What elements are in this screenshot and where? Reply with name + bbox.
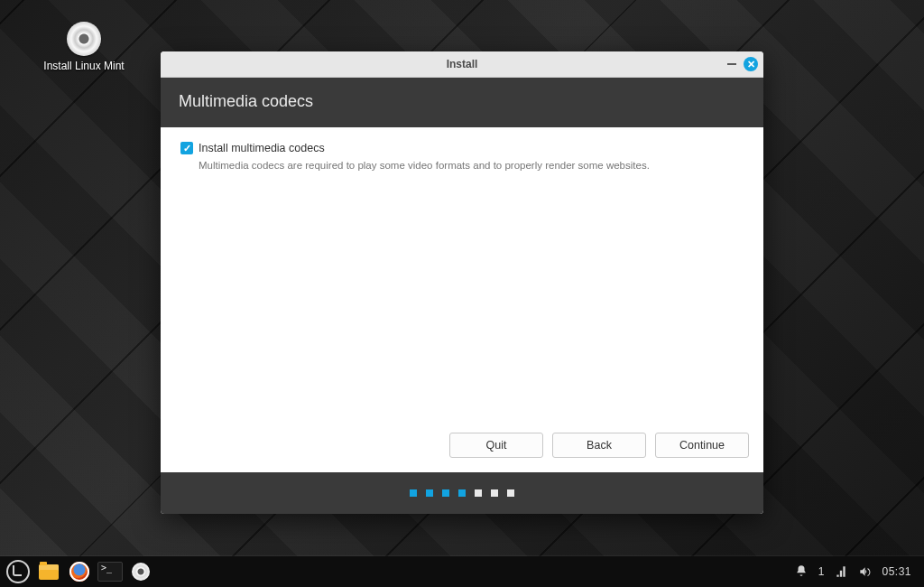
installer-taskbar-item[interactable] <box>128 560 153 583</box>
back-button[interactable]: Back <box>552 433 646 458</box>
window-title: Install <box>447 58 478 70</box>
installer-progress-bar <box>161 472 763 514</box>
window-close-button[interactable]: ✕ <box>744 57 758 71</box>
terminal-icon: >_ <box>97 562 123 582</box>
installer-content: ✓ Install multimedia codecs Multimedia c… <box>161 127 763 424</box>
quit-button[interactable]: Quit <box>449 433 543 458</box>
progress-step <box>491 489 498 497</box>
volume-tray[interactable] <box>858 565 871 578</box>
desktop-icon-install-linux-mint[interactable]: Install Linux Mint <box>43 22 125 72</box>
clock[interactable]: 05:31 <box>882 565 911 578</box>
notifications-tray[interactable] <box>795 564 808 580</box>
progress-step <box>507 489 514 497</box>
progress-step <box>458 489 466 497</box>
disc-icon <box>67 22 101 56</box>
desktop-background: Install Linux Mint Install ✕ Multimedia … <box>0 0 924 587</box>
desktop-icon-label: Install Linux Mint <box>43 60 125 72</box>
page-heading: Multimedia codecs <box>179 92 313 110</box>
install-codecs-checkbox[interactable]: ✓ <box>180 142 193 154</box>
folder-icon <box>39 564 59 580</box>
progress-step <box>410 489 417 497</box>
page-heading-bar: Multimedia codecs <box>161 78 763 127</box>
install-codecs-description: Multimedia codecs are required to play s… <box>199 160 744 171</box>
firefox-launcher[interactable] <box>67 560 92 583</box>
start-menu-button[interactable] <box>5 560 31 583</box>
bell-icon <box>795 564 808 577</box>
disc-icon <box>132 563 150 581</box>
install-codecs-label: Install multimedia codecs <box>199 142 325 154</box>
mint-logo-icon <box>6 560 30 583</box>
network-tray[interactable] <box>835 565 847 578</box>
firefox-icon <box>69 562 89 582</box>
progress-step <box>426 489 433 497</box>
window-minimize-button[interactable] <box>727 63 736 65</box>
file-manager-launcher[interactable] <box>36 560 61 583</box>
notification-count: 1 <box>818 565 825 578</box>
taskbar: >_ 1 05:31 <box>0 556 924 587</box>
terminal-launcher[interactable]: >_ <box>97 560 123 583</box>
progress-step <box>442 489 449 497</box>
progress-step <box>475 489 482 497</box>
window-titlebar[interactable]: Install ✕ <box>161 51 763 78</box>
installer-window: Install ✕ Multimedia codecs ✓ Install mu… <box>161 51 763 514</box>
continue-button[interactable]: Continue <box>655 433 749 458</box>
volume-icon <box>858 565 871 578</box>
network-icon <box>835 565 847 578</box>
installer-button-row: Quit Back Continue <box>161 424 763 472</box>
